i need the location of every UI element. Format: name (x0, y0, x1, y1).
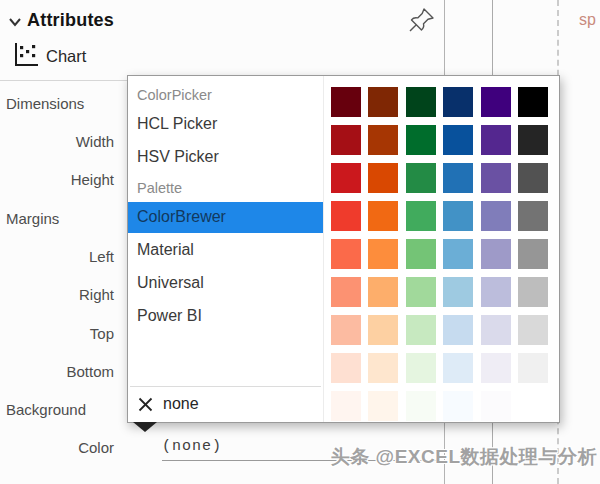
palette-swatch-greys-4[interactable] (518, 201, 548, 231)
color-picker-menu: ColorPickerHCL PickerHSV PickerPaletteCo… (128, 76, 324, 422)
clear-x-icon (138, 397, 153, 412)
palette-swatch-reds-4[interactable] (331, 201, 361, 231)
popup-anchor-arrow (133, 422, 157, 432)
palette-swatch-blues-6[interactable] (443, 277, 473, 307)
dropdown-section-palette: Palette (128, 175, 323, 200)
palette-swatch-reds-1[interactable] (331, 87, 361, 117)
dropdown-item-universal[interactable]: Universal (128, 268, 323, 299)
palette-swatch-greys-3[interactable] (518, 163, 548, 193)
attribute-label-margins: Margins (6, 210, 114, 230)
palette-swatch-greens-1[interactable] (406, 87, 436, 117)
dropdown-item-colorbrewer[interactable]: ColorBrewer (128, 202, 323, 233)
palette-swatch-reds-3[interactable] (331, 163, 361, 193)
palette-swatch-greens-2[interactable] (406, 125, 436, 155)
palette-swatch-reds-8[interactable] (331, 353, 361, 383)
palette-swatch-blues-8[interactable] (443, 353, 473, 383)
palette-swatch-purples-2[interactable] (481, 125, 511, 155)
palette-swatch-purples-5[interactable] (481, 239, 511, 269)
palette-swatch-oranges-9[interactable] (368, 391, 398, 421)
color-picker-popup: ColorPickerHCL PickerHSV PickerPaletteCo… (127, 75, 560, 423)
attribute-label-width: Width (6, 133, 114, 153)
palette-swatch-greens-8[interactable] (406, 353, 436, 383)
palette-swatch-oranges-7[interactable] (368, 315, 398, 345)
palette-swatch-greys-1[interactable] (518, 87, 548, 117)
colorbrewer-swatch-grid (331, 87, 548, 421)
palette-swatch-blues-7[interactable] (443, 315, 473, 345)
palette-swatch-reds-9[interactable] (331, 391, 361, 421)
palette-swatch-purples-8[interactable] (481, 353, 511, 383)
attribute-label-top: Top (6, 325, 114, 345)
palette-swatch-oranges-2[interactable] (368, 125, 398, 155)
palette-swatch-purples-3[interactable] (481, 163, 511, 193)
palette-swatch-oranges-6[interactable] (368, 277, 398, 307)
pin-icon[interactable] (406, 5, 438, 37)
palette-swatch-greens-7[interactable] (406, 315, 436, 345)
collapse-chevron-icon[interactable] (7, 14, 23, 30)
chart-object-label[interactable]: Chart (46, 47, 86, 66)
palette-swatch-greens-4[interactable] (406, 201, 436, 231)
palette-swatch-greys-6[interactable] (518, 277, 548, 307)
palette-swatch-purples-1[interactable] (481, 87, 511, 117)
color-value-field[interactable]: (none) (162, 438, 222, 455)
none-option-label: none (163, 395, 199, 413)
palette-swatch-oranges-4[interactable] (368, 201, 398, 231)
app-screen: Attributes Chart DimensionsWidthHeightMa… (0, 0, 600, 484)
palette-swatch-blues-1[interactable] (443, 87, 473, 117)
attribute-label-right: Right (6, 286, 114, 306)
palette-swatch-purples-7[interactable] (481, 315, 511, 345)
palette-swatch-greens-9[interactable] (406, 391, 436, 421)
watermark-text: 头条 @EXCEL数据处理与分析 (331, 444, 597, 470)
canvas-partial-label: sp (579, 11, 596, 29)
dropdown-section-colorpicker: ColorPicker (128, 82, 323, 107)
dropdown-item-hcl-picker[interactable]: HCL Picker (128, 109, 323, 140)
palette-swatch-reds-6[interactable] (331, 277, 361, 307)
dropdown-item-hsv-picker[interactable]: HSV Picker (128, 142, 323, 173)
palette-swatch-blues-2[interactable] (443, 125, 473, 155)
attribute-label-bottom: Bottom (6, 363, 114, 383)
palette-swatch-greys-7[interactable] (518, 315, 548, 345)
palette-swatch-greys-5[interactable] (518, 239, 548, 269)
attribute-label-height: Height (6, 171, 114, 191)
palette-swatch-blues-3[interactable] (443, 163, 473, 193)
palette-swatch-greys-8[interactable] (518, 353, 548, 383)
palette-swatch-purples-4[interactable] (481, 201, 511, 231)
palette-swatch-oranges-3[interactable] (368, 163, 398, 193)
palette-swatch-reds-5[interactable] (331, 239, 361, 269)
chart-scatter-icon[interactable] (13, 42, 40, 69)
dropdown-item-power-bi[interactable]: Power BI (128, 301, 323, 332)
palette-swatch-greens-3[interactable] (406, 163, 436, 193)
palette-swatch-blues-4[interactable] (443, 201, 473, 231)
dropdown-item-material[interactable]: Material (128, 235, 323, 266)
palette-swatch-purples-9[interactable] (481, 391, 511, 421)
palette-swatch-greys-9[interactable] (518, 391, 548, 421)
attribute-label-color: Color (6, 439, 114, 459)
palette-swatch-oranges-8[interactable] (368, 353, 398, 383)
palette-swatch-reds-2[interactable] (331, 125, 361, 155)
attribute-label-background: Background (6, 401, 114, 421)
palette-swatch-oranges-1[interactable] (368, 87, 398, 117)
palette-swatch-greens-5[interactable] (406, 239, 436, 269)
palette-swatch-blues-5[interactable] (443, 239, 473, 269)
palette-swatch-greens-6[interactable] (406, 277, 436, 307)
palette-swatch-oranges-5[interactable] (368, 239, 398, 269)
palette-swatch-blues-9[interactable] (443, 391, 473, 421)
attribute-label-dimensions: Dimensions (6, 95, 114, 115)
palette-swatch-greys-2[interactable] (518, 125, 548, 155)
attribute-label-left: Left (6, 248, 114, 268)
none-option[interactable]: none (128, 387, 323, 422)
panel-title: Attributes (27, 10, 114, 31)
palette-swatch-reds-7[interactable] (331, 315, 361, 345)
palette-swatch-purples-6[interactable] (481, 277, 511, 307)
